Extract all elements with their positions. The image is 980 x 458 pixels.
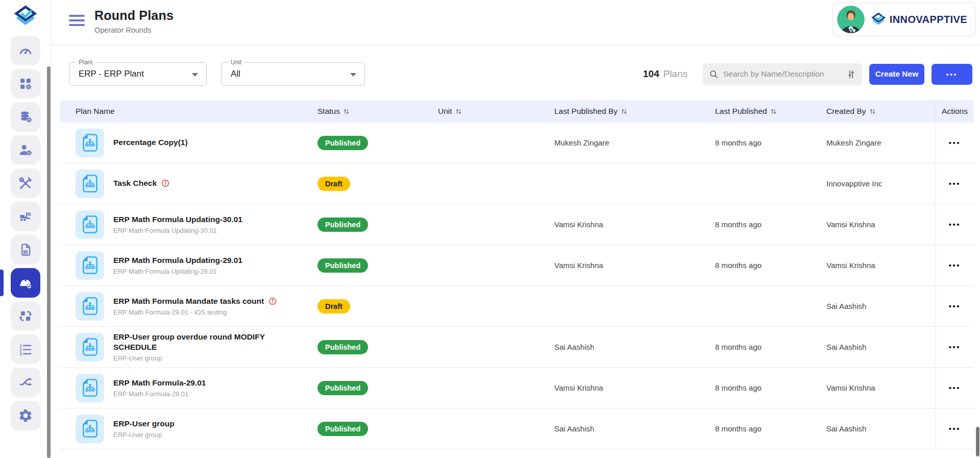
last-published-cell: 8 months ago [715, 408, 826, 449]
plan-cell[interactable]: ERP Math Formula-29.01 ERP Math Formula-… [60, 368, 317, 408]
sidebar-item-documents[interactable] [11, 235, 40, 264]
last-published-cell: 8 months ago [715, 327, 826, 367]
plan-cell[interactable]: Task Check [60, 163, 317, 204]
plan-text: ERP-User group ERP-User group [113, 419, 175, 439]
sidebar-item-settings[interactable] [11, 401, 40, 430]
profile-card[interactable]: INNOVAPPTIVE [832, 3, 976, 36]
row-actions-button[interactable]: ••• [944, 217, 966, 232]
last-published-cell [715, 163, 826, 204]
row-actions-button[interactable]: ••• [944, 380, 966, 395]
plant-select[interactable]: Plant ERP - ERP Plant [69, 62, 207, 86]
row-actions-button[interactable]: ••• [944, 135, 966, 150]
status-badge: Published [317, 340, 368, 354]
last-published-cell: 8 months ago [715, 368, 826, 408]
plan-description: ERP Math Formula-29.01 - iOS testing [113, 308, 277, 316]
plans-count: 104Plans [643, 68, 688, 80]
column-header-created-by[interactable]: Created By [826, 100, 936, 123]
sidebar-item-user-management[interactable] [11, 135, 40, 165]
actions-cell: ••• [936, 204, 973, 245]
toolbar-more-button[interactable]: ••• [932, 64, 972, 85]
sidebar-item-sequence-list[interactable] [11, 334, 40, 364]
column-header-last-published[interactable]: Last Published [715, 100, 826, 123]
column-header-unit[interactable]: Unit [438, 100, 554, 123]
plan-document-icon [76, 292, 104, 321]
row-actions-button[interactable]: ••• [944, 421, 966, 436]
sidebar-item-modules[interactable] [11, 69, 40, 99]
actions-cell: ••• [936, 123, 973, 163]
numbered-list-icon [18, 342, 33, 357]
sort-icon [621, 108, 627, 115]
row-actions-button[interactable]: ••• [944, 299, 966, 314]
plan-document-icon [76, 251, 104, 280]
brand-logo: INNOVAPPTIVE [871, 12, 967, 27]
plan-text: Percentage Copy(1) [113, 137, 188, 148]
plan-cell[interactable]: ERP-User group ERP-User group [60, 408, 317, 449]
column-header-actions: Actions [936, 100, 973, 123]
top-bar: Round Plans Operator Rounds INNOVAPPTIVE [51, 0, 980, 45]
sidebar-scrollbar[interactable] [47, 66, 51, 458]
plan-document-icon [76, 374, 104, 402]
plans-count-label: Plans [663, 68, 688, 79]
table-row: ERP-User group ERP-User group Published … [60, 408, 973, 449]
plan-cell[interactable]: Percentage Copy(1) [60, 123, 317, 163]
warning-icon [161, 179, 170, 188]
row-actions-button[interactable]: ••• [944, 176, 966, 191]
page-titles: Round Plans Operator Rounds [94, 8, 174, 34]
sidebar-item-swap[interactable] [11, 301, 40, 331]
plan-cell[interactable]: ERP Math Formula Updating-29.01 ERP Math… [60, 245, 317, 285]
sidebar-item-dashboard[interactable] [11, 36, 40, 65]
actions-cell: ••• [936, 245, 973, 285]
avatar[interactable] [837, 6, 865, 33]
search-icon [708, 69, 719, 80]
table-row: ERP Math Formula Mandate tasks count ERP… [60, 286, 973, 327]
sidebar-item-operator-rounds[interactable] [11, 268, 40, 298]
sidebar-item-workflow[interactable] [11, 368, 40, 397]
sidebar-item-tools[interactable] [11, 168, 40, 198]
brand-name: INNOVAPPTIVE [890, 14, 967, 26]
plan-description: ERP-User group [113, 431, 175, 439]
table-row: ERP Math Formula-29.01 ERP Math Formula-… [60, 368, 973, 408]
actions-cell: ••• [936, 368, 973, 408]
filter-sliders-icon[interactable] [846, 69, 856, 80]
last-published-cell: 8 months ago [715, 123, 826, 163]
sort-icon [455, 108, 462, 115]
forklift-icon [18, 209, 33, 224]
last-published-by-cell [554, 286, 715, 326]
status-badge: Published [317, 422, 368, 436]
sort-icon [343, 108, 350, 115]
hamburger-icon[interactable] [69, 15, 85, 26]
status-badge: Draft [317, 177, 350, 191]
unit-cell [438, 408, 554, 449]
plant-select-label: Plant [76, 59, 95, 66]
row-actions-button[interactable]: ••• [944, 258, 966, 273]
plan-text: ERP-User group overdue round MODIFY SCHE… [113, 332, 272, 362]
search-input[interactable] [723, 69, 842, 79]
plan-cell[interactable]: ERP-User group overdue round MODIFY SCHE… [60, 327, 317, 367]
table-row: ERP Math Formula Updating-30.01 ERP Math… [60, 204, 973, 245]
create-new-button[interactable]: Create New [869, 64, 924, 85]
column-header-last-published-by[interactable]: Last Published By [554, 100, 715, 123]
row-actions-button[interactable]: ••• [944, 340, 966, 354]
actions-cell: ••• [936, 163, 973, 204]
document-icon [18, 242, 33, 257]
plan-document-icon [76, 129, 104, 157]
plan-cell[interactable]: ERP Math Formula Updating-30.01 ERP Math… [60, 204, 317, 245]
status-cell: Published [317, 368, 438, 408]
gauge-icon [18, 43, 33, 58]
status-badge: Published [317, 218, 368, 232]
plan-text: ERP Math Formula-29.01 ERP Math Formula-… [113, 378, 206, 398]
unit-cell [438, 123, 554, 163]
column-header-status[interactable]: Status [317, 100, 438, 123]
status-cell: Published [317, 408, 438, 449]
plan-cell[interactable]: ERP Math Formula Mandate tasks count ERP… [60, 286, 317, 326]
unit-cell [438, 204, 554, 245]
table-header-row: Plan NameStatusUnitLast Published ByLast… [60, 100, 973, 123]
sidebar-item-forklift[interactable] [11, 202, 40, 231]
plan-text: Task Check [113, 178, 170, 188]
table-scrollbar[interactable] [976, 427, 979, 456]
created-by-cell: Sai Aashish [826, 327, 936, 367]
plan-name: ERP Math Formula Updating-29.01 [113, 255, 242, 266]
unit-select[interactable]: Unit All [221, 62, 365, 86]
grid-gear-icon [18, 76, 33, 91]
sidebar-item-master-data[interactable] [11, 102, 40, 132]
